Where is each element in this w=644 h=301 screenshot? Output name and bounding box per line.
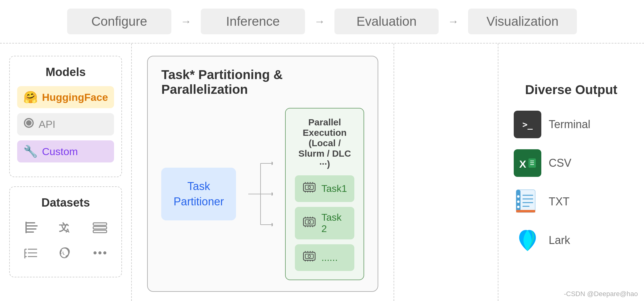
- svg-point-20: [103, 251, 106, 254]
- dataset-icon-list: [24, 220, 40, 239]
- svg-marker-28: [272, 223, 273, 227]
- lark-icon: [514, 227, 541, 254]
- output-item-terminal: >_ Terminal: [514, 111, 629, 138]
- svg-point-39: [308, 186, 311, 189]
- dataset-icons-grid: 文 A: [17, 217, 114, 268]
- output-label-csv: CSV: [549, 157, 571, 170]
- gpu-icon-3: [302, 249, 316, 266]
- dataset-icon-more: [92, 245, 108, 265]
- dataset-icon-translate: 文 A: [58, 220, 74, 239]
- svg-point-75: [517, 200, 520, 203]
- inference-inner: TaskPartitioner: [161, 108, 364, 280]
- pipeline-step-evaluation: Evaluation: [334, 9, 439, 34]
- dataset-icon-checklist: [24, 245, 40, 265]
- task-item-2: Task 2: [295, 207, 354, 239]
- task-label-2: Task 2: [321, 212, 347, 234]
- svg-point-18: [93, 251, 97, 254]
- svg-point-50: [308, 221, 311, 223]
- svg-rect-9: [93, 230, 107, 233]
- model-huggingface-label: HuggingFace: [42, 91, 108, 103]
- svg-marker-26: [272, 162, 273, 165]
- pipeline-arrow-1: →: [171, 15, 201, 28]
- pipeline-step-visualization: Visualization: [468, 9, 577, 34]
- huggingface-icon: 🤗: [23, 90, 38, 104]
- output-item-txt: TXT: [514, 188, 629, 215]
- task-label-1: Task1: [321, 183, 347, 194]
- datasets-section: Datasets 文 A: [9, 186, 122, 277]
- left-panel: Models 🤗 HuggingFace API 🔧 Custom: [0, 44, 132, 301]
- csv-icon: X: [514, 149, 541, 177]
- dataset-icon-brain: [58, 245, 74, 265]
- task-item-3: ......: [295, 244, 354, 271]
- svg-rect-78: [516, 210, 535, 212]
- task-label-3: ......: [321, 252, 337, 263]
- pipeline-arrow-3: →: [439, 15, 468, 28]
- svg-rect-8: [93, 227, 107, 229]
- gpu-icon-2: [302, 215, 316, 232]
- pipeline-step-inference: Inference: [201, 9, 305, 34]
- evaluation-panel: [394, 44, 498, 301]
- model-api[interactable]: API: [17, 113, 114, 135]
- task-item-1: Task1: [295, 175, 354, 202]
- inference-box: Task* Partitioning & Parallelization Tas…: [147, 56, 378, 292]
- output-label-lark: Lark: [549, 234, 570, 247]
- output-label-txt: TXT: [549, 195, 570, 208]
- task-partitioner: TaskPartitioner: [161, 168, 236, 221]
- models-section: Models 🤗 HuggingFace API 🔧 Custom: [9, 56, 122, 177]
- middle-panel: Task* Partitioning & Parallelization Tas…: [132, 44, 394, 301]
- watermark: -CSDN @Deepare@hao: [564, 290, 638, 298]
- connector-arrows: [248, 145, 273, 243]
- pipeline-step-configure: Configure: [67, 9, 171, 34]
- output-item-lark: Lark: [514, 227, 629, 254]
- txt-icon: [514, 188, 541, 215]
- main-content: Models 🤗 HuggingFace API 🔧 Custom: [0, 44, 644, 301]
- pipeline-bar: Configure → Inference → Evaluation → Vis…: [0, 0, 644, 44]
- svg-rect-7: [93, 223, 107, 225]
- svg-marker-27: [272, 192, 273, 196]
- inference-box-title: Task* Partitioning & Parallelization: [161, 67, 364, 97]
- svg-rect-2: [25, 228, 36, 230]
- svg-text:A: A: [66, 228, 70, 234]
- output-title: Diverse Output: [514, 82, 629, 97]
- model-custom[interactable]: 🔧 Custom: [17, 140, 114, 162]
- models-title: Models: [17, 66, 114, 79]
- dataset-icon-rows: [92, 220, 108, 239]
- svg-rect-3: [25, 231, 34, 233]
- svg-rect-1: [25, 225, 38, 227]
- pipeline-arrow-2: →: [305, 15, 334, 28]
- model-huggingface[interactable]: 🤗 HuggingFace: [17, 86, 114, 108]
- svg-point-74: [517, 195, 520, 198]
- model-api-label: API: [39, 118, 55, 130]
- model-custom-label: Custom: [42, 146, 78, 158]
- api-icon: [23, 117, 34, 131]
- svg-rect-4: [25, 222, 27, 233]
- custom-icon: 🔧: [23, 145, 38, 158]
- parallel-execution-box: Parallel Execution (Local / Slurm / DLC …: [285, 108, 364, 280]
- task-partitioner-label: TaskPartitioner: [173, 180, 224, 208]
- terminal-icon: >_: [514, 111, 541, 138]
- right-panel: Diverse Output >_ Terminal X CSV: [498, 44, 644, 301]
- parallel-title: Parallel Execution (Local / Slurm / DLC …: [295, 117, 354, 169]
- svg-point-19: [98, 251, 101, 254]
- svg-point-17: [60, 248, 69, 258]
- datasets-title: Datasets: [17, 196, 114, 209]
- gpu-icon-1: [302, 180, 316, 197]
- output-item-csv: X CSV: [514, 149, 629, 177]
- svg-point-76: [517, 206, 520, 208]
- svg-rect-0: [25, 222, 35, 223]
- svg-text:X: X: [519, 158, 526, 170]
- output-label-terminal: Terminal: [549, 118, 590, 131]
- svg-point-61: [308, 255, 311, 257]
